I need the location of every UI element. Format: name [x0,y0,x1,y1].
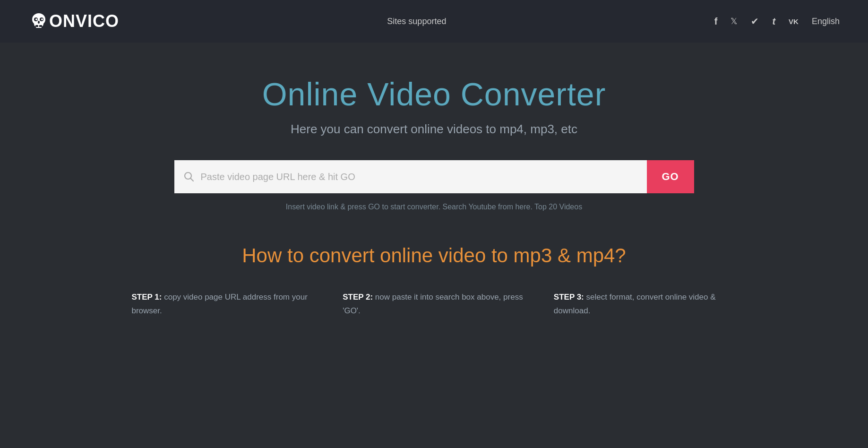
tumblr-icon[interactable]: t [772,16,775,27]
step-2: STEP 2: now paste it into search box abo… [343,291,525,318]
language-selector[interactable]: English [812,17,840,26]
sites-supported-link[interactable]: Sites supported [387,17,446,26]
steps-container: STEP 1: copy video page URL address from… [103,291,765,318]
svg-line-11 [190,179,193,181]
header-right: f 𝕏 ✔ t VK English [714,16,840,27]
logo-icon [28,11,49,32]
vk-icon[interactable]: VK [789,17,799,26]
url-input[interactable] [201,172,637,182]
twitter-icon[interactable]: 𝕏 [730,16,738,26]
search-icon [184,172,194,182]
step-3: STEP 3: select format, convert online vi… [554,291,737,318]
logo-area: ONVICO [28,11,119,32]
whatsapp-icon[interactable]: ✔ [751,16,759,27]
go-button[interactable]: GO [647,160,694,193]
logo-text: ONVICO [49,11,119,31]
search-bar: GO [174,160,694,193]
how-to-section: How to convert online video to mp3 & mp4… [103,244,765,318]
page-subtitle: Here you can convert online videos to mp… [291,122,577,137]
step-1: STEP 1: copy video page URL address from… [132,291,315,318]
svg-rect-4 [36,27,42,28]
step-1-label: STEP 1: [132,293,162,302]
header: ONVICO Sites supported f 𝕏 ✔ t VK Englis… [0,0,868,43]
search-input-wrapper [174,160,647,193]
how-to-title: How to convert online video to mp3 & mp4… [242,244,626,267]
step-2-label: STEP 2: [343,293,373,302]
facebook-icon[interactable]: f [714,16,718,27]
svg-point-9 [38,21,40,24]
step-3-label: STEP 3: [554,293,584,302]
svg-point-8 [41,18,43,20]
search-hint: Insert video link & press GO to start co… [286,203,582,211]
svg-point-7 [35,18,37,20]
main-content: Online Video Converter Here you can conv… [0,43,868,346]
page-title: Online Video Converter [262,76,606,112]
main-nav: Sites supported [387,17,446,26]
